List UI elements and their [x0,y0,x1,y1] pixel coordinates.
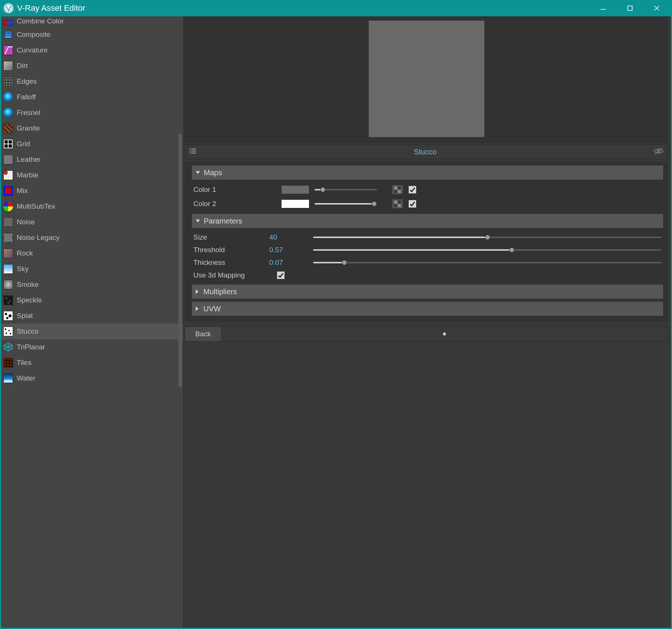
editor-pane: Stucco Maps Color 1 [183,16,671,628]
section-title: UVW [203,305,221,313]
asset-item-falloff[interactable]: Falloff [1,89,183,105]
th-water-icon [3,373,13,383]
asset-item-splat[interactable]: Splat [1,308,183,324]
asset-item-water[interactable]: Water [1,370,183,386]
section-header-uvw[interactable]: UVW [192,302,663,316]
label-color1: Color 1 [193,186,264,194]
color1-swatch[interactable] [281,185,309,194]
asset-item-label: Composite [17,31,51,39]
asset-item-edges[interactable]: Edges [1,74,183,89]
asset-item-label: Tiles [17,359,31,367]
th-speckle-icon [3,295,13,305]
section-body-parameters: Size 40 Threshold 0.57 Thickness [192,231,663,282]
section-title: Multipliers [203,288,237,296]
panel-stack: Maps Color 1 [185,162,668,321]
asset-item-label: Stucco [17,327,38,336]
row-color1: Color 1 [193,185,662,195]
value-threshold[interactable]: 0.57 [269,246,292,254]
section-header-parameters[interactable]: Parameters [192,214,663,228]
asset-item-marble[interactable]: Marble [1,167,183,183]
asset-item-label: Falloff [17,93,36,101]
color1-enable-checkbox[interactable] [408,186,417,194]
scrollbar-thumb[interactable] [179,134,182,387]
asset-item-grid[interactable]: Grid [1,136,183,152]
th-tiles-icon [3,358,13,368]
asset-list-scroll[interactable]: Combine ColorCompositeCurvatureDirtEdges… [1,16,183,628]
asset-item-fresnel[interactable]: Fresnel [1,105,183,121]
color1-map-button[interactable] [392,185,403,195]
th-combine-icon [3,20,13,25]
asset-item-rock[interactable]: Rock [1,245,183,261]
list-icon[interactable] [189,147,197,157]
asset-item-label: Rock [17,249,33,257]
color1-slider[interactable] [315,186,377,193]
eye-off-icon[interactable] [653,147,664,157]
label-use3d: Use 3d Mapping [193,271,271,279]
asset-item-label: Noise Legacy [17,234,60,242]
slider-size[interactable] [313,234,662,241]
color2-map-button[interactable] [392,199,403,209]
color2-swatch[interactable] [281,199,309,208]
svg-rect-2 [628,6,632,10]
asset-item-multisubtex[interactable]: MultiSubTex [1,199,183,214]
slider-thickness[interactable] [313,259,662,266]
asset-item-smoke[interactable]: Smoke [1,277,183,292]
asset-item-sky[interactable]: Sky [1,261,183,277]
th-noise-icon [3,217,13,227]
window-controls [598,3,668,14]
section-header-maps[interactable]: Maps [192,166,663,180]
window-title: V-Ray Asset Editor [17,3,598,13]
asset-item-noise-legacy[interactable]: Noise Legacy [1,230,183,245]
label-color2: Color 2 [193,200,264,208]
svg-rect-30 [398,186,401,190]
svg-line-27 [655,148,662,154]
asset-item-composite[interactable]: Composite [1,27,183,42]
asset-item-combine-color[interactable]: Combine Color [1,16,183,27]
maximize-button[interactable] [624,3,636,14]
slider-threshold[interactable] [313,246,662,254]
asset-item-curvature[interactable]: Curvature [1,42,183,58]
chevron-right-icon [196,289,199,294]
asset-item-label: Water [17,374,35,382]
back-button[interactable]: Back [185,327,221,341]
th-splat-icon [3,311,13,321]
use3d-checkbox[interactable] [277,271,285,279]
asset-item-label: MultiSubTex [17,202,55,211]
th-leather-icon [3,155,13,164]
asset-item-label: Marble [17,171,38,179]
th-rock-icon [3,248,13,258]
value-size[interactable]: 40 [269,233,292,241]
svg-rect-29 [398,190,401,193]
color2-enable-checkbox[interactable] [408,200,417,208]
asset-name[interactable]: Stucco [202,148,649,156]
asset-item-mix[interactable]: Mix [1,183,183,199]
minimize-button[interactable] [598,3,609,14]
row-size: Size 40 [193,233,662,241]
asset-item-tiles[interactable]: Tiles [1,355,183,370]
asset-title-row: Stucco [185,144,668,159]
asset-item-stucco[interactable]: Stucco [1,324,183,339]
asset-item-triplanar[interactable]: TriPlanar [1,339,183,355]
value-thickness[interactable]: 0.07 [269,259,292,267]
chevron-right-icon [196,307,199,311]
section-title: Parameters [204,217,242,225]
asset-item-label: Noise [17,218,35,226]
asset-item-granite[interactable]: Granite [1,121,183,136]
label-thickness: Thickness [193,259,264,267]
asset-item-dirt[interactable]: Dirt [1,58,183,74]
asset-item-leather[interactable]: Leather [1,152,183,167]
asset-item-label: Sky [17,265,29,273]
th-curvature-icon [3,45,13,55]
row-threshold: Threshold 0.57 [193,246,662,254]
row-use3d: Use 3d Mapping [193,271,662,279]
color2-slider[interactable] [315,200,377,208]
th-multisub-icon [3,202,13,211]
section-header-multipliers[interactable]: Multipliers [192,285,663,299]
label-threshold: Threshold [193,246,264,254]
preview-area [185,16,668,143]
asset-item-label: Speckle [17,296,42,304]
asset-item-noise[interactable]: Noise [1,214,183,230]
close-button[interactable] [651,3,662,14]
asset-item-speckle[interactable]: Speckle [1,292,183,308]
svg-point-23 [190,148,191,150]
